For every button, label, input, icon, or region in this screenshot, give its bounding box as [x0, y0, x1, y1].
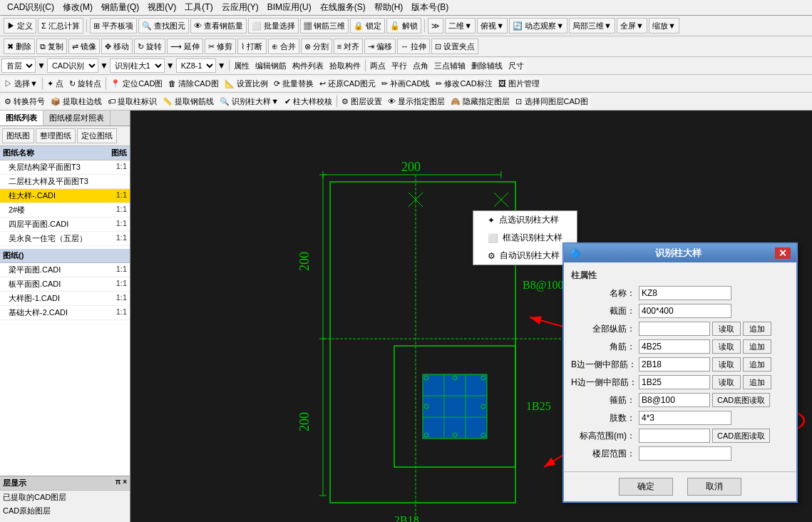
- btn-parallel[interactable]: 平行: [389, 58, 410, 73]
- tree-item-4[interactable]: 2#楼 1:1: [0, 203, 130, 218]
- btn-rotate-point[interactable]: ↻ 旋转点: [66, 76, 104, 91]
- btn-top-view[interactable]: 俯视▼: [477, 18, 508, 34]
- menu-bim[interactable]: BIM应用(U): [263, 0, 316, 15]
- btn-cad-read-stirrup[interactable]: CAD底图读取: [712, 393, 770, 407]
- tree-item-1[interactable]: 夹层结构梁平面图T3 1:1: [0, 160, 130, 175]
- btn-locate-cad[interactable]: 📍 定位CAD图: [108, 76, 165, 91]
- btn-read-all[interactable]: 读取: [712, 322, 741, 336]
- btn-add-h-mid[interactable]: 追加: [743, 375, 771, 389]
- btn-dimension[interactable]: 尺寸: [505, 58, 527, 73]
- input-height[interactable]: [639, 429, 710, 443]
- input-limbs[interactable]: [639, 411, 731, 425]
- btn-clear-cad[interactable]: 🗑 清除CAD图: [165, 76, 221, 91]
- btn-mirror[interactable]: ⇌ 镜像: [68, 39, 100, 54]
- btn-pick-element[interactable]: 拾取构件: [327, 58, 364, 73]
- btn-floor-align[interactable]: ⊞ 平齐板项: [90, 18, 137, 34]
- btn-sum[interactable]: Σ 汇总计算: [38, 18, 83, 34]
- btn-hide-layer[interactable]: 🙈 隐藏指定图层: [448, 94, 513, 108]
- btn-three-point-axis[interactable]: 三点辅轴: [431, 58, 468, 73]
- btn-2d[interactable]: ≫: [428, 18, 443, 34]
- input-floor[interactable]: [639, 446, 731, 461]
- btn-delete[interactable]: ✖ 删除: [4, 39, 35, 54]
- btn-view-rebar[interactable]: 👁 查看钢筋量: [190, 18, 247, 34]
- identify-col-select[interactable]: 识别柱大1: [110, 58, 165, 73]
- tree-item-7[interactable]: 梁平面图.CADI 1:1: [0, 263, 130, 277]
- tree-item-3[interactable]: 柱大样-.CADI 1:1: [0, 189, 130, 203]
- btn-delete-axis[interactable]: 删除辅线: [468, 58, 505, 73]
- btn-organize[interactable]: 整理图纸: [36, 128, 76, 143]
- layer-item-2[interactable]: CAD原始图层: [0, 504, 130, 518]
- btn-locate-drawing[interactable]: 定位图纸: [77, 128, 117, 143]
- dialog-close-button[interactable]: ✕: [775, 247, 791, 259]
- btn-confirm[interactable]: 确定: [619, 478, 673, 496]
- btn-set-scale[interactable]: 📐 设置比例: [222, 76, 271, 91]
- input-b-mid[interactable]: [639, 357, 710, 372]
- btn-lock[interactable]: 🔒 锁定: [350, 18, 385, 34]
- input-stirrup[interactable]: [639, 393, 710, 407]
- input-name[interactable]: [639, 286, 731, 300]
- btn-col-sample-check[interactable]: ✔ 柱大样校核: [282, 94, 335, 108]
- btn-two-point[interactable]: 两点: [367, 58, 389, 73]
- btn-split[interactable]: ⊗ 分割: [301, 39, 332, 54]
- cad-type-select[interactable]: CAD识别: [47, 58, 98, 73]
- btn-add-corner[interactable]: 追加: [743, 339, 771, 354]
- btn-drawing[interactable]: 图纸图: [2, 128, 34, 143]
- btn-point[interactable]: ✦ 点: [44, 76, 66, 91]
- btn-offset[interactable]: ⇥ 偏移: [364, 39, 396, 54]
- btn-rebar-3d[interactable]: ▦ 钢筋三维: [300, 18, 349, 34]
- layer-item-1[interactable]: 已提取的CAD图层: [0, 491, 130, 504]
- btn-set-grip[interactable]: ⊡ 设置夹点: [431, 39, 478, 54]
- btn-restore-cad[interactable]: ↩ 还原CAD图元: [317, 76, 379, 91]
- btn-show-layer[interactable]: 👁 显示指定图层: [385, 94, 448, 108]
- menu-rebar-qty[interactable]: 钢筋量(Q): [97, 0, 143, 15]
- btn-extract-col-mark[interactable]: 🏷 提取柱标识: [105, 94, 160, 108]
- btn-select[interactable]: ▷ 选择▼: [1, 76, 41, 91]
- btn-read-b-mid[interactable]: 读取: [712, 357, 741, 372]
- btn-copy[interactable]: ⧉ 复制: [36, 39, 67, 54]
- btn-identify-col-sample[interactable]: 🔍 识别柱大样▼: [217, 94, 282, 108]
- btn-fullscreen[interactable]: 全屏▼: [617, 18, 647, 34]
- tree-item-5[interactable]: 四层平面图.CADI 1:1: [0, 218, 130, 232]
- floor-select[interactable]: 首层: [1, 58, 36, 73]
- tree-item-10[interactable]: 基础大样-2.CADI 1:1: [0, 306, 130, 320]
- btn-find-element[interactable]: 🔍 查找图元: [138, 18, 189, 34]
- btn-element-list[interactable]: 构件列表: [289, 58, 327, 73]
- menu-tools[interactable]: 工具(T): [180, 0, 217, 15]
- btn-convert-symbol[interactable]: ⚙ 转换符号: [1, 94, 48, 108]
- btn-local-3d[interactable]: 局部三维▼: [569, 18, 615, 34]
- menu-help[interactable]: 帮助(H): [370, 0, 408, 15]
- tree-item-2[interactable]: 二层柱大样及平面图T3: [0, 175, 130, 189]
- btn-unlock[interactable]: 🔓 解锁: [386, 18, 421, 34]
- canvas-area[interactable]: 200 200 200: [130, 111, 812, 522]
- btn-zoom[interactable]: 缩放▼: [649, 18, 679, 34]
- btn-batch-select[interactable]: ⬜ 批量选择: [248, 18, 299, 34]
- btn-stretch[interactable]: ↔ 拉伸: [397, 39, 430, 54]
- btn-read-corner[interactable]: 读取: [712, 339, 741, 354]
- dropdown-item-point[interactable]: ✦ 点选识别柱大样: [473, 211, 577, 229]
- input-all-rebar[interactable]: [639, 322, 710, 336]
- btn-move[interactable]: ✥ 移动: [101, 39, 133, 54]
- menu-view[interactable]: 视图(V): [143, 0, 180, 15]
- tab-file-list[interactable]: 图纸列表: [0, 111, 43, 126]
- btn-modify-cad-dim[interactable]: ✏ 修改CAD标注: [433, 76, 495, 91]
- tree-item-6[interactable]: 吴永良一住宅（五层） 1:1: [0, 232, 130, 246]
- tree-item-9[interactable]: 大样图-1.CADI 1:1: [0, 292, 130, 306]
- btn-read-h-mid[interactable]: 读取: [712, 375, 741, 389]
- menu-modify[interactable]: 修改(M): [58, 0, 97, 15]
- btn-extend[interactable]: ⟶ 延伸: [167, 39, 203, 54]
- btn-define[interactable]: ▶ 定义: [4, 18, 36, 34]
- menu-version[interactable]: 版本号(B): [407, 0, 453, 15]
- btn-merge[interactable]: ⊕ 合并: [268, 39, 299, 54]
- input-h-mid[interactable]: [639, 375, 710, 389]
- btn-add-b-mid[interactable]: 追加: [743, 357, 771, 372]
- btn-extract-rebar-line[interactable]: 📏 提取钢筋线: [160, 94, 217, 108]
- btn-rotate[interactable]: ↻ 旋转: [134, 39, 165, 54]
- btn-trim[interactable]: ✂ 修剪: [205, 39, 236, 54]
- btn-select-same-layer[interactable]: ⊡ 选择同图层CAD图: [513, 94, 590, 108]
- menu-online[interactable]: 在线服务(S): [316, 0, 370, 15]
- tab-floor-map[interactable]: 图纸楼层对照表: [43, 111, 111, 126]
- btn-pic-manage[interactable]: 🖼 图片管理: [495, 76, 543, 91]
- btn-align[interactable]: ≡ 对齐: [334, 39, 363, 54]
- btn-dynamic-obs[interactable]: 🔄 动态观察▼: [509, 18, 567, 34]
- btn-draw-cad-line[interactable]: ✏ 补画CAD线: [379, 76, 433, 91]
